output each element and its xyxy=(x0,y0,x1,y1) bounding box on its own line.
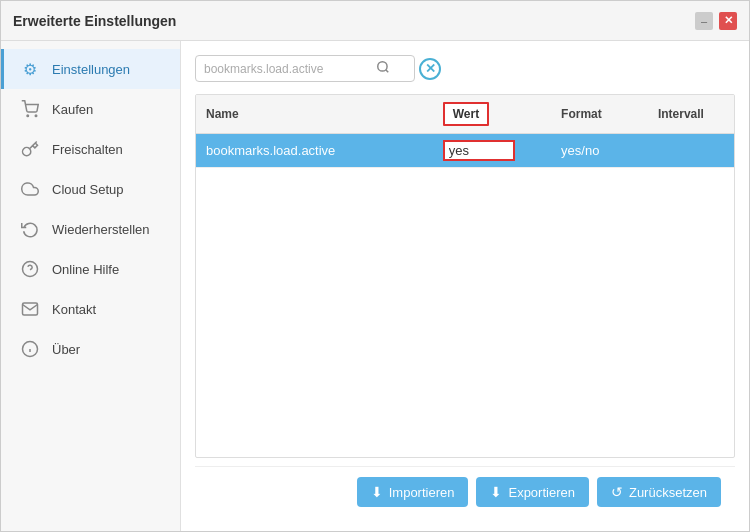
import-button[interactable]: ⬇ Importieren xyxy=(357,477,469,507)
cart-icon xyxy=(20,99,40,119)
sidebar-label-ueber: Über xyxy=(52,342,80,357)
svg-point-7 xyxy=(378,62,387,71)
sidebar-item-kaufen[interactable]: Kaufen xyxy=(1,89,180,129)
search-input[interactable] xyxy=(204,62,374,76)
table-header-row: Name Wert Format Intervall xyxy=(196,95,734,134)
window-controls: – ✕ xyxy=(695,12,737,30)
col-header-name: Name xyxy=(196,95,433,134)
window-title: Erweiterte Einstellungen xyxy=(13,13,176,29)
sidebar-item-online-hilfe[interactable]: Online Hilfe xyxy=(1,249,180,289)
sidebar-label-einstellungen: Einstellungen xyxy=(52,62,130,77)
search-button[interactable] xyxy=(374,60,392,77)
close-button[interactable]: ✕ xyxy=(719,12,737,30)
sidebar-label-freischalten: Freischalten xyxy=(52,142,123,157)
wert-header-highlight: Wert xyxy=(443,102,489,126)
svg-point-1 xyxy=(35,115,37,117)
gear-icon: ⚙ xyxy=(20,59,40,79)
restore-icon xyxy=(20,219,40,239)
sidebar-label-kontakt: Kontakt xyxy=(52,302,96,317)
key-icon xyxy=(20,139,40,159)
reset-button[interactable]: ↺ Zurücksetzen xyxy=(597,477,721,507)
col-header-wert: Wert xyxy=(433,95,551,134)
search-bar: ✕ xyxy=(195,55,735,82)
value-input-wrapper xyxy=(443,140,515,161)
main-content: ⚙ Einstellungen Kaufen Freisc xyxy=(1,41,749,531)
svg-line-8 xyxy=(386,70,389,73)
clear-button[interactable]: ✕ xyxy=(419,58,441,80)
sidebar-item-freischalten[interactable]: Freischalten xyxy=(1,129,180,169)
sidebar-label-online-hilfe: Online Hilfe xyxy=(52,262,119,277)
sidebar: ⚙ Einstellungen Kaufen Freisc xyxy=(1,41,181,531)
title-bar: Erweiterte Einstellungen – ✕ xyxy=(1,1,749,41)
cell-wert xyxy=(433,134,551,168)
search-input-wrapper xyxy=(195,55,415,82)
settings-table: Name Wert Format Intervall xyxy=(196,95,734,168)
svg-point-0 xyxy=(27,115,29,117)
value-input[interactable] xyxy=(449,143,509,158)
sidebar-item-wiederherstellen[interactable]: Wiederherstellen xyxy=(1,209,180,249)
help-icon xyxy=(20,259,40,279)
table-row[interactable]: bookmarks.load.active yes/no xyxy=(196,134,734,168)
footer: ⬇ Importieren ⬇ Exportieren ↺ Zurücksetz… xyxy=(195,466,735,517)
col-header-format: Format xyxy=(551,95,648,134)
export-icon: ⬇ xyxy=(490,484,502,500)
import-label: Importieren xyxy=(389,485,455,500)
cell-name: bookmarks.load.active xyxy=(196,134,433,168)
sidebar-label-kaufen: Kaufen xyxy=(52,102,93,117)
cell-intervall xyxy=(648,134,734,168)
cell-format: yes/no xyxy=(551,134,648,168)
sidebar-item-cloud-setup[interactable]: Cloud Setup xyxy=(1,169,180,209)
export-button[interactable]: ⬇ Exportieren xyxy=(476,477,588,507)
sidebar-label-wiederherstellen: Wiederherstellen xyxy=(52,222,150,237)
sidebar-item-ueber[interactable]: Über xyxy=(1,329,180,369)
import-icon: ⬇ xyxy=(371,484,383,500)
col-header-intervall: Intervall xyxy=(648,95,734,134)
sidebar-item-kontakt[interactable]: Kontakt xyxy=(1,289,180,329)
minimize-button[interactable]: – xyxy=(695,12,713,30)
sidebar-label-cloud-setup: Cloud Setup xyxy=(52,182,124,197)
right-panel: ✕ Name Wert Format xyxy=(181,41,749,531)
mail-icon xyxy=(20,299,40,319)
reset-label: Zurücksetzen xyxy=(629,485,707,500)
export-label: Exportieren xyxy=(508,485,574,500)
sidebar-item-einstellungen[interactable]: ⚙ Einstellungen xyxy=(1,49,180,89)
cloud-icon xyxy=(20,179,40,199)
info-icon xyxy=(20,339,40,359)
main-window: Erweiterte Einstellungen – ✕ ⚙ Einstellu… xyxy=(0,0,750,532)
reset-icon: ↺ xyxy=(611,484,623,500)
table-container: Name Wert Format Intervall xyxy=(195,94,735,458)
